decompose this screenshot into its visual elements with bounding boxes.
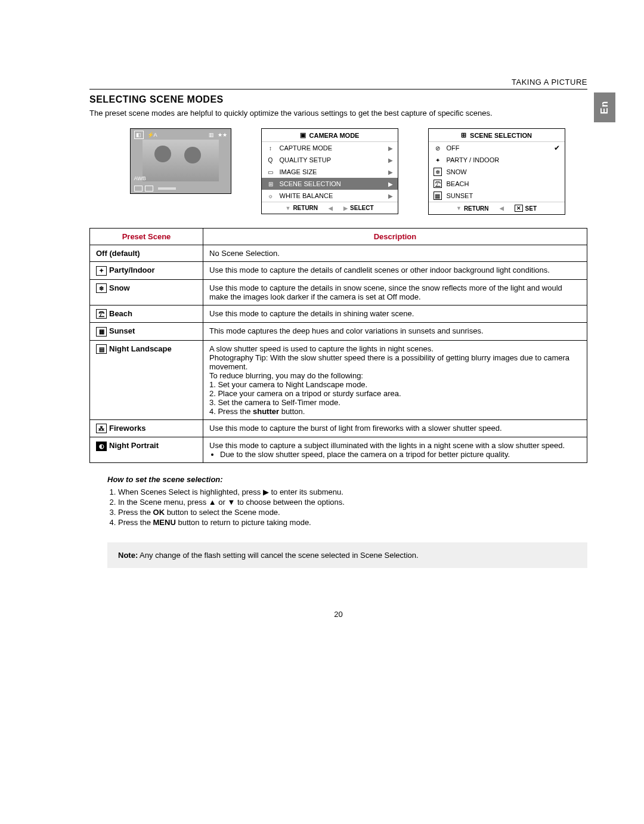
flash-icon: ⚡A	[147, 132, 157, 138]
desc-fireworks: Use this mode to capture the burst of li…	[203, 419, 587, 437]
beach-icon: ⛱	[434, 180, 442, 188]
quality-icon: ▥	[209, 132, 214, 138]
left-icon: ◀	[500, 205, 504, 211]
down-icon: ▼	[456, 205, 462, 211]
preset-off: Off (default)	[90, 245, 203, 262]
arrow-right-icon: ▶	[388, 181, 393, 187]
stars-label: ★★	[218, 132, 227, 138]
select-label: SELECT	[350, 205, 373, 211]
camera-preview-figure: ◧ ⚡A ▥ ★★ AWB	[130, 128, 231, 194]
menu-title: SCENE SELECTION	[470, 132, 532, 139]
night-landscape-icon: ▤	[96, 344, 107, 354]
text: To reduce blurring, you may do the follo…	[209, 371, 581, 380]
note-box: Note: Any change of the flash setting wi…	[107, 542, 587, 568]
table-row: ❄Snow Use this mode to capture the detai…	[90, 279, 587, 305]
sunset-icon: ▦	[434, 192, 442, 200]
preset-sunset: ▦Sunset	[90, 323, 203, 341]
step-3: Press the OK button to select the Scene …	[118, 508, 587, 517]
down-icon: ▼	[285, 205, 290, 211]
right-icon: ▶	[343, 205, 348, 211]
menu-item-off: ⊘OFF✔	[429, 142, 565, 154]
desc-beach: Use this mode to capture the details in …	[203, 305, 587, 323]
set-box-icon: ✕	[515, 205, 523, 212]
scene-icon: ⊞	[461, 131, 466, 139]
menu-item-snow: ❄SNOW	[429, 166, 565, 178]
menu-label: BEACH	[447, 180, 560, 187]
text: Photography Tip: With the slow shutter s…	[209, 353, 581, 371]
arrow-right-icon: ▶	[388, 193, 393, 199]
text: Due to the slow shutter speed, place the…	[220, 450, 581, 459]
step-2: In the Scene menu, press ▲ or ▼ to choos…	[118, 498, 587, 507]
check-icon: ✔	[554, 144, 560, 152]
table-row: ✦Party/Indoor Use this mode to capture t…	[90, 262, 587, 280]
page-title: SELECTING SCENE MODES	[89, 94, 587, 105]
preset-snow: ❄Snow	[90, 279, 203, 305]
breadcrumb: TAKING A PICTURE	[89, 78, 587, 87]
sunset-icon: ▦	[96, 327, 107, 337]
menu-label: WHITE BALANCE	[280, 192, 383, 199]
set-label: SET	[525, 205, 537, 212]
scene-modes-table: Preset Scene Description Off (default) N…	[89, 228, 587, 463]
camera-icon: ◧	[134, 131, 144, 139]
scene-icon: ⊞	[267, 180, 275, 188]
note-label: Note:	[118, 551, 138, 560]
menu-footer: ▼RETURN ◀ ✕SET	[429, 202, 565, 214]
menu-label: QUALITY SETUP	[280, 156, 383, 163]
desc-night-portrait: Use this mode to capture a subject illum…	[203, 437, 587, 463]
language-tab-label: En	[599, 101, 610, 114]
capture-mode-icon: ↕	[267, 144, 275, 152]
step-4: Press the MENU button to return to pictu…	[118, 518, 587, 527]
party-icon: ✦	[96, 266, 107, 276]
battery-icon	[134, 186, 143, 192]
menu-label: IMAGE SIZE	[280, 168, 383, 175]
desc-off: No Scene Selection.	[203, 245, 587, 262]
menu-item-quality-setup: QQUALITY SETUP▶	[262, 154, 398, 166]
menu-item-party: ✦PARTY / INDOOR	[429, 154, 565, 166]
intro-text: The preset scene modes are helpful to qu…	[89, 109, 587, 118]
arrow-right-icon: ▶	[388, 157, 393, 163]
menu-label: SUNSET	[447, 192, 560, 199]
table-header-row: Preset Scene Description	[90, 229, 587, 245]
right-arrow-icon: ▶	[263, 487, 269, 496]
note-text: Any change of the flash setting will can…	[138, 551, 418, 560]
preset-beach: ⛱Beach	[90, 305, 203, 323]
desc-party: Use this mode to capture the details of …	[203, 262, 587, 280]
table-row: ▤Night Landscape A slow shutter speed is…	[90, 340, 587, 419]
text: A slow shutter speed is used to capture …	[209, 344, 581, 353]
awb-label: AWB	[134, 175, 146, 181]
camera-icon: ▣	[300, 131, 306, 139]
divider	[89, 89, 587, 90]
down-arrow-icon: ▼	[227, 498, 235, 507]
col-description: Description	[203, 229, 587, 245]
menu-footer: ▼RETURN ◀ ▶SELECT	[262, 202, 398, 214]
menu-label: PARTY / INDOOR	[447, 156, 560, 163]
table-row: Off (default) No Scene Selection.	[90, 245, 587, 262]
storage-icon	[145, 186, 153, 192]
snow-icon: ❄	[434, 168, 442, 176]
preset-night-landscape: ▤Night Landscape	[90, 340, 203, 419]
label: Beach	[109, 309, 132, 318]
fireworks-icon: ⁂	[96, 424, 107, 433]
preset-party: ✦Party/Indoor	[90, 262, 203, 280]
label: Fireworks	[109, 424, 145, 433]
quality-icon: Q	[267, 156, 275, 164]
menu-item-capture-mode: ↕CAPTURE MODE▶	[262, 142, 398, 154]
label: Night Landscape	[109, 344, 172, 353]
up-arrow-icon: ▲	[209, 498, 216, 507]
arrow-right-icon: ▶	[388, 169, 393, 175]
label: Sunset	[109, 326, 135, 335]
left-icon: ◀	[329, 205, 333, 211]
table-row: ⁂Fireworks Use this mode to capture the …	[90, 419, 587, 437]
menu-label: SCENE SELECTION	[280, 180, 383, 187]
image-size-icon: ▭	[267, 168, 275, 176]
scene-selection-menu: ⊞SCENE SELECTION ⊘OFF✔ ✦PARTY / INDOOR ❄…	[428, 128, 565, 215]
party-icon: ✦	[434, 156, 442, 164]
desc-sunset: This mode captures the deep hues and col…	[203, 323, 587, 341]
desc-night-landscape: A slow shutter speed is used to capture …	[203, 340, 587, 419]
howto-title: How to set the scene selection:	[107, 475, 587, 484]
menu-label: OFF	[447, 144, 549, 152]
col-preset-scene: Preset Scene	[90, 229, 203, 245]
text: 4. Press the shutter button.	[209, 407, 581, 416]
desc-snow: Use this mode to capture the details in …	[203, 279, 587, 305]
language-tab: En	[594, 92, 615, 122]
